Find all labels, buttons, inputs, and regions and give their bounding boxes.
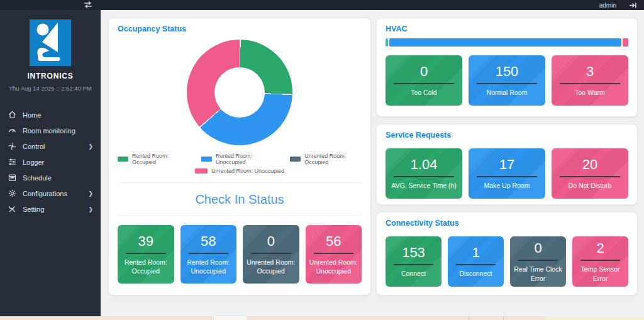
dashboard-app: admin INTRONICS Thu Aug 14 2025 :: 2:52:…	[0, 0, 644, 320]
hvac-title: HVAC	[386, 25, 628, 33]
legend-item: Rented Room: Unoccupied	[201, 153, 274, 165]
sidebar-item-label: Logger	[23, 158, 44, 166]
main-content: Occupancy Status Rented Room: Occupied R…	[101, 10, 644, 316]
occupancy-donut-chart	[187, 40, 292, 145]
sidebar-nav: Home Room monitoring Control ❯ Logger	[0, 107, 101, 217]
check-in-tiles: 39 Rented Room: Occupied 58 Rented Room:…	[118, 225, 362, 284]
legend-swatch	[118, 157, 128, 162]
bottom-edge-segment	[545, 316, 644, 320]
stat-tile-rented-unoccupied: 58 Rented Room: Unoccupied	[180, 225, 237, 284]
service-requests-card: Service Requests 1.04 AVG. Service Time …	[376, 124, 638, 205]
sidebar-item-label: Home	[23, 111, 41, 119]
chevron-right-icon: ❯	[88, 143, 93, 150]
tile-divider	[477, 83, 537, 84]
stat-tile-rtc-error: 0 Real Time Clock Error	[510, 236, 566, 287]
calendar-icon	[8, 174, 16, 182]
brand-name: INTRONICS	[0, 72, 101, 80]
sidebar-item-label: Room monitoring	[23, 127, 75, 135]
datetime-label: Thu Aug 14 2025 :: 2:52:40 PM	[0, 85, 101, 92]
stat-tile-too-warm: 3 Too Warm	[552, 55, 628, 106]
tile-divider	[560, 83, 620, 84]
service-requests-tiles: 1.04 AVG. Service Time (h) 17 Make Up Ro…	[386, 148, 628, 199]
service-requests-title: Service Requests	[386, 131, 628, 140]
sidebar-item-label: Control	[23, 143, 45, 150]
sliders-icon	[8, 158, 16, 166]
top-bar: admin	[0, 0, 644, 10]
legend-item: Rented Room: Occupied	[118, 153, 185, 165]
stat-tile-connect: 153 Connect	[386, 236, 441, 287]
stat-tile-too-cold: 0 Too Cold	[386, 55, 462, 106]
right-column: HVAC 0 Too Cold 150 Normal Room 3	[376, 18, 638, 316]
hvac-bar-segment	[389, 38, 621, 47]
sidebar-item-setting[interactable]: Setting ❯	[0, 201, 101, 217]
tile-divider	[477, 176, 537, 177]
occupancy-title: Occupancy Status	[118, 25, 362, 33]
stat-tile-normal-room: 150 Normal Room	[469, 55, 545, 106]
legend-swatch	[195, 168, 208, 174]
stat-tile-unrented-occupied: 0 Unrented Room: Occupied	[243, 225, 299, 284]
fan-icon	[8, 142, 16, 150]
divider	[118, 216, 362, 216]
legend-swatch	[201, 157, 212, 162]
sidebar-item-schedule[interactable]: Schedule	[0, 170, 101, 185]
sidebar-item-room-monitoring[interactable]: Room monitoring	[0, 123, 101, 138]
sidebar-item-configurations[interactable]: Configurations ❯	[0, 185, 101, 201]
legend-item: Unrented Room: Unoccupied	[195, 168, 284, 174]
home-icon	[8, 111, 16, 119]
tile-divider	[518, 260, 558, 261]
chevron-right-icon: ❯	[88, 190, 93, 197]
tile-divider	[456, 264, 496, 265]
user-menu[interactable]: admin	[599, 2, 616, 9]
stat-tile-avg-service-time: 1.04 AVG. Service Time (h)	[386, 148, 462, 199]
sidebar: INTRONICS Thu Aug 14 2025 :: 2:52:40 PM …	[0, 10, 101, 316]
brand-logo	[0, 19, 101, 66]
sidebar-item-label: Schedule	[23, 174, 52, 182]
sidebar-item-label: Setting	[23, 206, 44, 213]
gauge-icon	[8, 126, 16, 135]
hvac-stacked-bar	[386, 38, 628, 47]
tile-divider	[251, 253, 291, 254]
tile-divider	[189, 253, 229, 254]
hvac-bar-segment	[386, 38, 388, 47]
legend-swatch	[290, 157, 301, 162]
check-in-status-heading: Check In Status	[118, 192, 362, 207]
sidebar-toggle-icon[interactable]	[84, 1, 94, 9]
sidebar-item-label: Configurations	[23, 190, 67, 197]
hvac-bar-segment	[623, 38, 628, 47]
sidebar-item-control[interactable]: Control ❯	[0, 138, 101, 154]
tile-divider	[394, 83, 454, 84]
stat-tile-do-not-disturb: 20 Do Not Disturb	[552, 148, 628, 199]
occupancy-legend: Rented Room: Occupied Rented Room: Unocc…	[118, 153, 362, 174]
donut-hole	[214, 67, 265, 118]
stat-tile-unrented-unoccupied: 56 Unrented Room: Unoccupied	[306, 225, 362, 284]
legend-item: Unrented Room: Occupied	[290, 153, 362, 165]
hvac-card: HVAC 0 Too Cold 150 Normal Room 3	[376, 18, 638, 117]
tile-divider	[394, 176, 454, 177]
connectivity-card: Connectivity Status 153 Connect 1 Discon…	[376, 212, 638, 295]
tile-divider	[314, 253, 354, 254]
gear-icon	[8, 189, 16, 197]
chevron-right-icon: ❯	[88, 206, 93, 212]
divider	[118, 182, 362, 183]
occupancy-card: Occupancy Status Rented Room: Occupied R…	[108, 18, 371, 295]
tile-divider	[580, 260, 620, 261]
connectivity-title: Connectivity Status	[386, 219, 628, 228]
sidebar-item-logger[interactable]: Logger	[0, 154, 101, 170]
sidebar-item-home[interactable]: Home	[0, 107, 101, 123]
bottom-edge-segment	[214, 316, 247, 320]
hvac-tiles: 0 Too Cold 150 Normal Room 3 Too Warm	[386, 55, 628, 106]
connectivity-tiles: 153 Connect 1 Disconnect 0 Real Time Clo…	[386, 236, 628, 287]
stat-tile-disconnect: 1 Disconnect	[448, 236, 504, 287]
bottom-edge-divider	[503, 316, 504, 320]
stat-tile-temp-sensor-error: 2 Temp Sensor Error	[572, 236, 628, 287]
stat-tile-make-up-room: 17 Make Up Room	[469, 148, 545, 199]
bottom-window-edge	[0, 316, 644, 320]
tile-divider	[560, 176, 620, 177]
tile-divider	[394, 264, 433, 265]
stat-tile-rented-occupied: 39 Rented Room: Occupied	[118, 225, 174, 284]
tools-icon	[8, 205, 16, 213]
logout-icon[interactable]	[629, 2, 636, 9]
tile-divider	[126, 253, 166, 254]
bottom-edge-divider	[469, 316, 469, 320]
